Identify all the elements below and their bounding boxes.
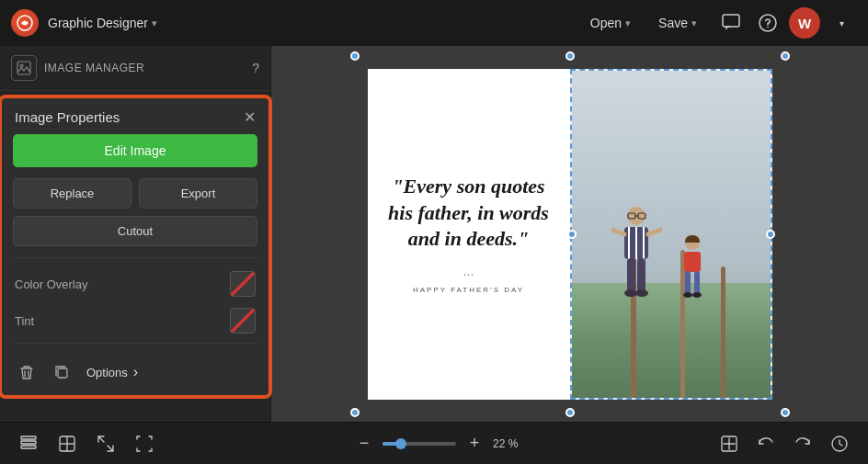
svg-point-25: [635, 289, 648, 297]
color-overlay-swatch[interactable]: [230, 271, 256, 297]
svg-point-24: [624, 289, 637, 297]
undo-button[interactable]: [750, 428, 782, 459]
handle-bottom-left[interactable]: [350, 408, 360, 417]
zoom-in-button[interactable]: +: [462, 431, 487, 457]
ground: [572, 283, 771, 398]
layout-button[interactable]: [51, 428, 83, 459]
zoom-slider-thumb: [395, 438, 406, 449]
ip-action-row: Replace Export: [2, 178, 268, 216]
tint-row: Tint: [2, 302, 268, 339]
zoom-label: 22 %: [493, 437, 522, 450]
export-button[interactable]: Export: [139, 178, 257, 209]
layers-button[interactable]: [13, 428, 44, 459]
cutout-button[interactable]: Cutout: [13, 216, 257, 246]
replace-button[interactable]: Replace: [13, 178, 131, 209]
avatar-chevron-button[interactable]: ▾: [826, 7, 857, 39]
zoom-control: − + 22 %: [351, 431, 522, 457]
image-properties-panel: Image Properties ✕ Edit Image Replace Ex…: [0, 96, 270, 397]
svg-point-31: [692, 292, 702, 298]
panel-help-icon[interactable]: ?: [252, 61, 259, 75]
color-overlay-label: Color Overlay: [15, 277, 230, 291]
ip-close-button[interactable]: ✕: [244, 110, 256, 125]
bottom-right-icons: [714, 428, 855, 459]
svg-rect-28: [685, 271, 691, 295]
expand-button[interactable]: [90, 428, 121, 459]
save-button[interactable]: Save ▾: [649, 10, 706, 36]
svg-rect-27: [684, 252, 701, 272]
help-button[interactable]: [752, 7, 783, 39]
svg-rect-29: [694, 271, 700, 295]
panel-header: IMAGE MANAGER ?: [0, 46, 270, 91]
tint-label: Tint: [15, 314, 230, 328]
ip-bottom-actions: Options ›: [2, 351, 268, 388]
photo-scene: [572, 71, 771, 398]
duplicate-icon[interactable]: [48, 358, 75, 386]
divider-2: [13, 343, 257, 344]
tint-swatch[interactable]: [230, 308, 256, 334]
canvas-area[interactable]: "Every son quotes his father, in words a…: [271, 46, 868, 422]
app-logo: [11, 9, 39, 37]
card-subtitle: HAPPY FATHER'S DAY: [413, 286, 524, 294]
options-chevron: ›: [133, 364, 138, 380]
svg-rect-32: [21, 441, 36, 444]
handle-bottom-center[interactable]: [565, 408, 575, 417]
color-overlay-row: Color Overlay: [2, 266, 268, 302]
chat-button[interactable]: [715, 7, 747, 39]
canvas-card[interactable]: "Every son quotes his father, in words a…: [368, 69, 772, 400]
open-button[interactable]: Open ▾: [581, 10, 640, 36]
cutout-row: Cutout: [2, 216, 268, 254]
zoom-slider[interactable]: [383, 442, 456, 446]
img-handle-mid-left[interactable]: [567, 230, 577, 239]
user-avatar[interactable]: W: [789, 7, 820, 39]
zoom-out-button[interactable]: −: [351, 431, 377, 457]
card-text-area: "Every son quotes his father, in words a…: [368, 69, 570, 400]
delete-icon[interactable]: [13, 358, 40, 386]
panel-title: IMAGE MANAGER: [44, 62, 245, 74]
ip-header: Image Properties ✕: [2, 98, 268, 134]
svg-rect-1: [723, 15, 739, 27]
svg-line-21: [648, 229, 662, 234]
svg-rect-33: [21, 446, 36, 448]
topbar-icons: W ▾: [715, 7, 857, 39]
svg-point-5: [20, 64, 23, 67]
left-panel: IMAGE MANAGER ? … Image Properties ✕: [0, 46, 271, 422]
app-name[interactable]: Graphic Designer ▾: [48, 16, 157, 30]
child-figure: [675, 234, 710, 306]
handle-bottom-right[interactable]: [781, 408, 790, 417]
main-area: IMAGE MANAGER ? … Image Properties ✕: [0, 46, 868, 422]
card-image-area[interactable]: [570, 69, 772, 400]
adult-figure: [611, 205, 662, 306]
card-quote: "Every son quotes his father, in words a…: [386, 174, 552, 253]
divider-1: [13, 257, 257, 258]
img-handle-mid-right[interactable]: [766, 230, 775, 239]
bottom-bar: − + 22 %: [0, 422, 868, 464]
fullscreen-button[interactable]: [129, 428, 160, 459]
options-button[interactable]: Options ›: [86, 364, 138, 380]
svg-rect-22: [627, 258, 635, 293]
svg-line-20: [611, 229, 624, 234]
dock-post-3: [721, 266, 725, 397]
handle-top-left[interactable]: [350, 51, 360, 61]
topbar: Graphic Designer ▾ Open ▾ Save ▾ W ▾: [0, 0, 868, 46]
redo-button[interactable]: [787, 428, 818, 459]
svg-rect-23: [637, 258, 645, 293]
svg-rect-4: [17, 62, 30, 74]
svg-point-30: [683, 292, 692, 298]
canvas-container: "Every son quotes his father, in words a…: [368, 69, 772, 400]
options-label: Options: [86, 366, 128, 379]
ip-title: Image Properties: [15, 109, 120, 125]
image-manager-icon: [11, 55, 37, 81]
fit-button[interactable]: [714, 428, 745, 459]
svg-rect-11: [58, 368, 67, 378]
svg-point-3: [767, 27, 769, 28]
card-dots: ...: [463, 264, 474, 278]
edit-image-button[interactable]: Edit Image: [13, 134, 257, 167]
svg-rect-34: [21, 436, 36, 439]
history-button[interactable]: [824, 428, 855, 459]
handle-top-center[interactable]: [565, 51, 575, 61]
handle-top-right[interactable]: [781, 51, 790, 61]
